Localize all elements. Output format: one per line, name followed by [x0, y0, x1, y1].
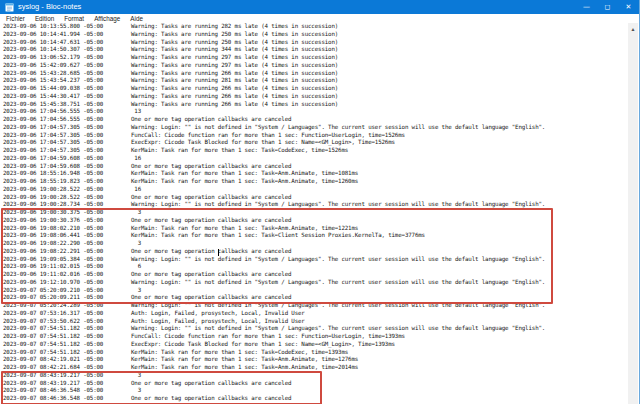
log-timestamp: 2023-09-06 19:00:30.375 -05:00	[3, 209, 131, 217]
log-timestamp: 2023-09-07 05:20:09.210 -05:00	[3, 287, 131, 295]
text-area[interactable]: 2023-09-06 10:13:55.800 -05:00Warning: T…	[0, 23, 628, 404]
log-message: Warning: Tasks are running 250 ms late (…	[131, 31, 338, 37]
log-line: 2023-09-06 19:00:30.376 -05:00One or mor…	[3, 217, 628, 225]
log-timestamp: 2023-09-06 17:04:56.555 -05:00	[3, 108, 131, 116]
log-message: Warning: Login: "" is not defined in "Sy…	[131, 256, 545, 262]
titlebar[interactable]: syslog - Bloc-notes — ◻ ✕	[0, 0, 639, 14]
log-line: 2023-09-06 19:00:28.734 -05:00Warning: L…	[3, 201, 628, 209]
log-message: Warning: Tasks are running 266 ms late (…	[131, 101, 338, 107]
log-timestamp: 2023-09-07 08:43:19.217 -05:00	[3, 380, 131, 388]
log-line: 2023-09-06 15:44:30.417 -05:00Warning: T…	[3, 93, 628, 101]
log-message: One or more tag operation callbacks are …	[131, 271, 291, 277]
log-message: One or more tag operation callbacks are …	[131, 380, 291, 386]
log-message: Warning: Login: "" is not defined in "Sy…	[131, 325, 545, 331]
window-title: syslog - Bloc-notes	[18, 0, 81, 14]
log-timestamp: 2023-09-07 07:54:51.182 -05:00	[3, 333, 131, 341]
log-message: Warning: Tasks are running 344 ms late (…	[131, 46, 338, 52]
log-timestamp: 2023-09-07 07:53:50.622 -05:00	[3, 318, 131, 326]
menu-item-edition[interactable]: Edition	[30, 14, 59, 23]
log-message: Warning: Tasks are running 282 ms late (…	[131, 23, 338, 29]
log-message: One or more tag operation callbacks are …	[131, 248, 291, 254]
log-timestamp: 2023-09-06 17:04:57.305 -05:00	[3, 132, 131, 140]
log-line: 2023-09-06 19:11:02.016 -05:00One or mor…	[3, 271, 628, 279]
log-message: One or more tag operation callbacks are …	[131, 163, 291, 169]
log-message: Warning: Login: "" is not defined in "Sy…	[131, 124, 545, 130]
chevron-up-icon: ▲	[631, 26, 636, 32]
log-message: 13	[131, 108, 141, 114]
log-message: One or more tag operation callbacks are …	[131, 194, 291, 200]
vertical-scrollbar[interactable]: ▲	[628, 23, 638, 404]
log-message: FuncCall: Cicode function ran for more t…	[131, 132, 405, 138]
menu-item-format[interactable]: Format	[59, 14, 89, 23]
log-timestamp: 2023-09-07 08:46:36.548 -05:00	[3, 387, 131, 395]
log-line: 2023-09-06 19:08:06.441 -05:00KerMain: T…	[3, 232, 628, 240]
log-message: Warning: Tasks are running 266 ms late (…	[131, 70, 338, 76]
log-timestamp: 2023-09-06 15:42:09.627 -05:00	[3, 62, 131, 70]
log-timestamp: 2023-09-06 19:08:22.290 -05:00	[3, 240, 131, 248]
scroll-up-button[interactable]: ▲	[628, 23, 638, 34]
log-timestamp: 2023-09-06 15:45:38.751 -05:00	[3, 101, 131, 109]
log-timestamp: 2023-09-07 08:42:21.684 -05:00	[3, 364, 131, 372]
log-timestamp: 2023-09-06 19:08:02.210 -05:00	[3, 225, 131, 233]
log-line: 2023-09-06 19:08:22.291 -05:00One or mor…	[3, 248, 628, 256]
log-message: KerMain: Task ran for more than 1 sec: T…	[131, 349, 348, 355]
log-message: Auth: Login, Failed, prosystech, Local, …	[131, 310, 305, 316]
log-timestamp: 2023-09-06 17:04:57.305 -05:00	[3, 124, 131, 132]
maximize-button[interactable]: ◻	[597, 0, 618, 14]
log-timestamp: 2023-09-07 08:46:36.548 -05:00	[3, 395, 131, 403]
log-line: 2023-09-07 07:54:51.182 -05:00FuncCall: …	[3, 333, 628, 341]
log-line: 2023-09-06 19:12:10.970 -05:00Warning: L…	[3, 279, 628, 287]
log-message: ExecExpr: Cicode Task Blocked for more t…	[131, 139, 395, 145]
log-line: 2023-09-06 19:11:02.015 -05:00 6	[3, 263, 628, 271]
log-message: 3	[131, 387, 141, 393]
log-line: 2023-09-07 05:20:09.210 -05:00 3	[3, 287, 628, 295]
log-message: Warning: Tasks are running 266 ms late (…	[131, 85, 338, 91]
log-timestamp: 2023-09-06 19:11:02.015 -05:00	[3, 263, 131, 271]
log-line: 2023-09-07 08:46:36.548 -05:00One or mor…	[3, 395, 628, 403]
log-line: 2023-09-07 08:43:19.217 -05:00One or mor…	[3, 380, 628, 388]
log-message: 16	[131, 186, 141, 192]
log-line: 2023-09-06 10:14:47.631 -05:00Warning: T…	[3, 39, 628, 47]
log-message: KerMain: Task ran for more than 1 sec: T…	[131, 178, 358, 184]
log-line: 2023-09-06 17:04:57.305 -05:00FuncCall: …	[3, 132, 628, 140]
log-message: 16	[131, 155, 141, 161]
log-message: 3	[131, 240, 141, 246]
log-line: 2023-09-06 19:09:05.384 -05:00Warning: L…	[3, 256, 628, 264]
log-line: 2023-09-06 10:13:55.800 -05:00Warning: T…	[3, 23, 628, 31]
minimize-button[interactable]: —	[576, 0, 597, 14]
log-line: 2023-09-06 15:44:09.038 -05:00Warning: T…	[3, 85, 628, 93]
log-line: 2023-09-06 15:43:28.685 -05:00Warning: T…	[3, 70, 628, 78]
log-timestamp: 2023-09-06 10:14:47.631 -05:00	[3, 39, 131, 47]
menu-item-fichier[interactable]: Fichier	[1, 14, 30, 23]
log-line: 2023-09-06 17:04:56.555 -05:00One or mor…	[3, 116, 628, 124]
log-message: One or more tag operation callbacks are …	[131, 116, 291, 122]
log-line: 2023-09-07 08:42:21.684 -05:00KerMain: T…	[3, 364, 628, 372]
log-timestamp: 2023-09-07 05:20:09.211 -05:00	[3, 294, 131, 302]
log-line: 2023-09-06 17:04:59.608 -05:00One or mor…	[3, 163, 628, 171]
log-line: 2023-09-06 15:42:09.627 -05:00Warning: T…	[3, 62, 628, 70]
log-timestamp: 2023-09-06 17:04:59.608 -05:00	[3, 155, 131, 163]
log-line: 2023-09-07 08:43:19.217 -05:00 3	[3, 372, 628, 380]
close-button[interactable]: ✕	[618, 0, 639, 14]
log-timestamp: 2023-09-06 17:04:59.608 -05:00	[3, 163, 131, 171]
log-line: 2023-09-06 17:04:56.555 -05:00 13	[3, 108, 628, 116]
log-line: 2023-09-07 05:20:24.289 -05:00Warning: L…	[3, 302, 628, 310]
log-timestamp: 2023-09-06 19:12:10.970 -05:00	[3, 279, 131, 287]
log-line: 2023-09-06 10:14:50.307 -05:00Warning: T…	[3, 46, 628, 54]
log-line: 2023-09-06 10:14:41.994 -05:00Warning: T…	[3, 31, 628, 39]
log-message: Warning: Tasks are running 266 ms late (…	[131, 93, 338, 99]
log-timestamp: 2023-09-06 19:00:28.734 -05:00	[3, 201, 131, 209]
log-message: KerMain: Task ran for more than 1 sec: T…	[131, 170, 358, 176]
menu-item-aide[interactable]: Aide	[125, 14, 148, 23]
log-timestamp: 2023-09-06 19:09:05.384 -05:00	[3, 256, 131, 264]
log-line: 2023-09-07 07:53:50.622 -05:00Auth: Logi…	[3, 318, 628, 326]
log-message: FuncCall: Cicode function ran for more t…	[131, 333, 405, 339]
log-message: KerMain: Task ran for more than 1 sec: T…	[131, 232, 425, 238]
log-message: Warning: Tasks are running 281 ms late (…	[131, 77, 338, 83]
log-line: 2023-09-07 07:54:51.182 -05:00Warning: L…	[3, 325, 628, 333]
menu-item-affichage[interactable]: Affichage	[89, 14, 125, 23]
log-line: 2023-09-07 05:20:09.211 -05:00One or mor…	[3, 294, 628, 302]
log-timestamp: 2023-09-06 19:00:30.376 -05:00	[3, 217, 131, 225]
log-line: 2023-09-07 08:42:19.021 -05:00KerMain: T…	[3, 356, 628, 364]
log-message: Warning: Tasks are running 297 ms late (…	[131, 62, 338, 68]
